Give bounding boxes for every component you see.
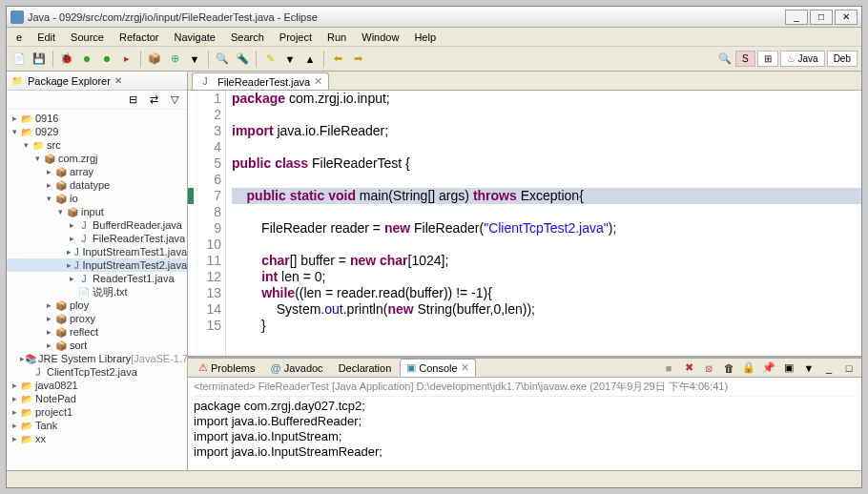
tab-declaration[interactable]: Declaration	[332, 360, 399, 377]
sogou-icon[interactable]: S	[735, 51, 755, 67]
package-explorer-title: Package Explorer	[28, 75, 111, 87]
code-editor[interactable]: 123456789101112131415 package com.zrgj.i…	[188, 91, 861, 356]
project-project1[interactable]: ▸📂project1	[7, 405, 187, 419]
jre-library[interactable]: ▸📚JRE System Library [JavaSE-1.7]	[7, 352, 187, 365]
close-tab-icon[interactable]: ✕	[314, 75, 322, 88]
remove-all-icon[interactable]: ⦻	[700, 360, 717, 377]
minimize-button[interactable]: _	[785, 10, 808, 25]
view-toolbar: ⊟ ⇄ ▽	[7, 91, 187, 110]
file-filereadertest[interactable]: ▸JFileReaderTest.java	[7, 232, 187, 245]
next-annot-icon[interactable]: ▼	[281, 51, 299, 68]
src-folder[interactable]: ▾📁src	[7, 138, 187, 152]
maximize-button[interactable]: □	[810, 10, 833, 25]
collapse-all-icon[interactable]: ⊟	[124, 92, 141, 109]
view-menu-icon[interactable]: ▽	[166, 92, 183, 109]
remove-launch-icon[interactable]: ✖	[680, 360, 697, 377]
console-line: import java.io.InputStreamReader;	[194, 444, 856, 460]
menu-file[interactable]: e	[9, 30, 30, 45]
run-last-icon[interactable]	[98, 51, 115, 68]
debug-perspective[interactable]: Deb	[827, 51, 858, 67]
search-icon[interactable]: 🔦	[234, 51, 251, 68]
separator	[140, 51, 141, 68]
console-output[interactable]: <terminated> FileReaderTest [Java Applic…	[188, 378, 861, 470]
console-line: import java.io.BufferedReader;	[194, 414, 856, 429]
file-clienttcptest2[interactable]: JClientTcpTest2.java	[7, 365, 187, 379]
menu-edit[interactable]: Edit	[30, 30, 63, 45]
project-notepad[interactable]: ▸📂NotePad	[7, 392, 187, 405]
open-perspective-icon[interactable]: ⊞	[757, 51, 778, 67]
new-class-icon[interactable]: ⊕	[166, 51, 183, 68]
tab-console[interactable]: ▣Console✕	[400, 359, 475, 377]
pkg-ploy[interactable]: ▸📦ploy	[7, 298, 187, 312]
problems-icon: ⚠	[198, 361, 208, 374]
debug-icon[interactable]: 🐞	[58, 51, 75, 68]
display-console-icon[interactable]: ▣	[780, 360, 797, 377]
maximize-view-icon[interactable]: □	[840, 360, 858, 377]
pkg-io[interactable]: ▾📦io	[7, 192, 187, 205]
pkg-comzrgj[interactable]: ▾📦com.zrgj	[7, 152, 187, 165]
menu-run[interactable]: Run	[320, 30, 354, 45]
project-0916[interactable]: ▸📂0916	[7, 112, 187, 125]
code-area[interactable]: package com.zrgj.io.input; import java.i…	[226, 91, 861, 356]
open-type-icon[interactable]: 🔍	[214, 51, 231, 68]
tab-problems[interactable]: ⚠Problems	[192, 359, 261, 377]
project-0929[interactable]: ▾📂0929	[7, 125, 187, 138]
open-console-icon[interactable]: ▼	[800, 360, 817, 377]
close-button[interactable]: ✕	[835, 10, 858, 25]
window-title: Java - 0929/src/com/zrgj/io/input/FileRe…	[28, 11, 785, 23]
line-numbers: 123456789101112131415	[197, 91, 226, 356]
menu-navigate[interactable]: Navigate	[167, 30, 223, 45]
status-bar	[7, 470, 861, 487]
menu-refactor[interactable]: Refactor	[112, 30, 167, 45]
menu-window[interactable]: Window	[354, 30, 406, 45]
new-icon[interactable]: 📄	[10, 51, 28, 68]
menu-help[interactable]: Help	[406, 30, 444, 45]
pkg-array[interactable]: ▸📦array	[7, 165, 187, 178]
prev-annot-icon[interactable]: ▲	[301, 51, 319, 68]
menu-search[interactable]: Search	[223, 30, 272, 45]
toggle-mark-icon[interactable]: ✎	[261, 51, 279, 68]
project-java0821[interactable]: ▸📂java0821	[7, 379, 187, 392]
pkg-proxy[interactable]: ▸📦proxy	[7, 312, 187, 325]
file-shuoming[interactable]: 📄说明.txt	[7, 285, 187, 298]
pin-console-icon[interactable]: 📌	[760, 360, 777, 377]
scroll-lock-icon[interactable]: 🔒	[740, 360, 757, 377]
pkg-input[interactable]: ▾📦input	[7, 205, 187, 218]
pkg-sort[interactable]: ▸📦sort	[7, 339, 187, 352]
separator	[52, 51, 53, 68]
console-icon: ▣	[406, 361, 416, 374]
close-view-icon[interactable]: ✕	[114, 75, 122, 86]
file-bufferdreader[interactable]: ▸JBufferdReader.java	[7, 218, 187, 232]
minimize-view-icon[interactable]: _	[820, 360, 837, 377]
forward-icon[interactable]: ➡	[349, 51, 366, 68]
file-inputstreamtest1[interactable]: ▸JInputStreamTest1.java	[7, 245, 187, 258]
eclipse-icon	[10, 10, 24, 24]
bottom-tabs: ⚠Problems @Javadoc Declaration ▣Console✕…	[188, 359, 861, 378]
package-explorer-header: 📁 Package Explorer ✕	[7, 72, 187, 91]
pkg-datatype[interactable]: ▸📦datatype	[7, 178, 187, 192]
file-readertest1[interactable]: ▸JReaderTest1.java	[7, 272, 187, 285]
close-tab-icon[interactable]: ✕	[461, 361, 469, 374]
clear-console-icon[interactable]: 🗑	[720, 360, 737, 377]
link-editor-icon[interactable]: ⇄	[145, 92, 162, 109]
project-xx[interactable]: ▸📂xx	[7, 432, 187, 445]
menu-project[interactable]: Project	[272, 30, 320, 45]
editor-tabs: J FileReaderTest.java ✕	[188, 72, 861, 91]
menu-source[interactable]: Source	[63, 30, 112, 45]
new-type-icon[interactable]: ▼	[186, 51, 203, 68]
tab-javadoc[interactable]: @Javadoc	[263, 360, 329, 377]
separator	[256, 51, 257, 68]
run-icon[interactable]	[78, 51, 95, 68]
file-inputstreamtest2[interactable]: ▸JInputStreamTest2.java	[7, 258, 187, 272]
quick-access-icon[interactable]: 🔍	[716, 51, 734, 68]
editor-tab-label: FileReaderTest.java	[217, 76, 310, 88]
project-tank[interactable]: ▸📂Tank	[7, 419, 187, 432]
ext-tools-icon[interactable]: ▸	[118, 51, 135, 68]
save-icon[interactable]: 💾	[31, 51, 48, 68]
pkg-reflect[interactable]: ▸📦reflect	[7, 325, 187, 339]
back-icon[interactable]: ⬅	[329, 51, 346, 68]
new-package-icon[interactable]: 📦	[146, 51, 163, 68]
java-perspective[interactable]: ♨ Java	[780, 51, 825, 67]
editor-tab-filereadertest[interactable]: J FileReaderTest.java ✕	[192, 72, 329, 90]
terminate-icon[interactable]: ■	[660, 360, 677, 377]
